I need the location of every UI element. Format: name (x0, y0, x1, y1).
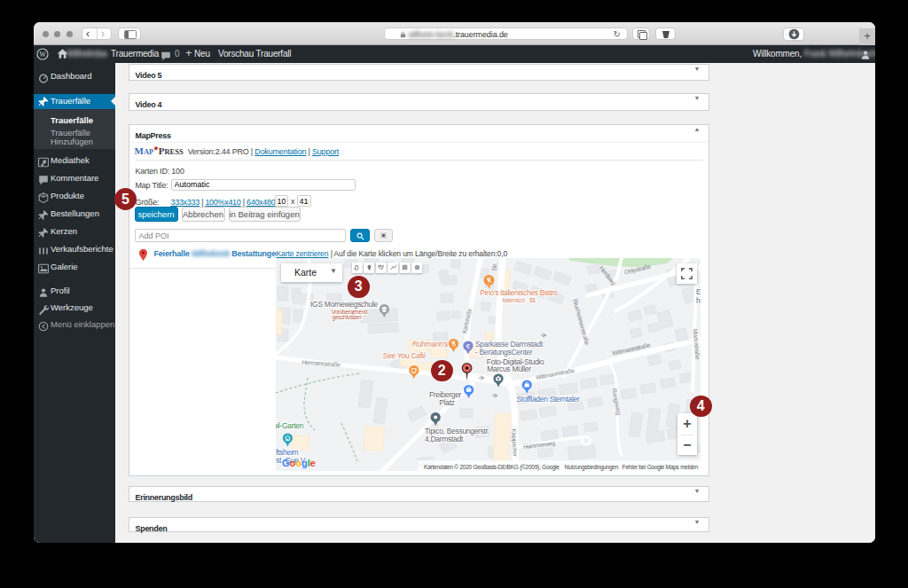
svg-text:Stoffladen Sterntaler: Stoffladen Sterntaler (516, 395, 580, 404)
svg-text:4,Darmstadt: 4,Darmstadt (425, 434, 464, 443)
svg-text:Marcus Müller: Marcus Müller (487, 365, 531, 373)
svg-text:nil-Garten: nil-Garten (276, 421, 304, 430)
svg-text:W: W (39, 51, 46, 59)
svg-text:IGS Mornewegschule: IGS Mornewegschule (310, 300, 378, 309)
svg-text:he: he (696, 296, 701, 305)
svg-text:Italienisch · $$: Italienisch · $$ (502, 296, 536, 302)
svg-text:geschlossen: geschlossen (333, 314, 363, 321)
svg-text:See You Café: See You Café (383, 351, 427, 360)
svg-text:€: € (466, 341, 471, 349)
svg-text:Str.: Str. (491, 262, 498, 270)
svg-text:Rühmann's: Rühmann's (412, 340, 448, 349)
svg-text:Ev: Ev (696, 287, 701, 296)
svg-text:- BeratungsCenter: - BeratungsCenter (475, 347, 533, 356)
svg-text:Pino's italienisches Bistro: Pino's italienisches Bistro (480, 288, 558, 297)
svg-text:Kartendaten © 2020 GeoBasis-DE: Kartendaten © 2020 GeoBasis-DE/BKG (©200… (424, 463, 699, 470)
svg-text:Platz: Platz (439, 397, 454, 406)
